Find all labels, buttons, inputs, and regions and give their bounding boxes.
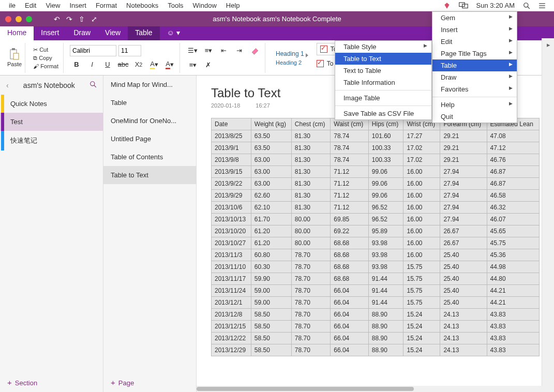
table-cell[interactable]: 44.80 xyxy=(487,273,539,285)
table-cell[interactable]: 15.24 xyxy=(403,321,440,333)
table-row[interactable]: 2013/11/2459.0078.7066.0491.4415.7525.40… xyxy=(212,285,540,297)
table-cell[interactable]: 96.52 xyxy=(368,214,403,225)
close-window-icon[interactable] xyxy=(5,16,11,22)
table-cell[interactable]: 91.44 xyxy=(368,273,403,285)
table-cell[interactable]: 2013/10/20 xyxy=(212,225,251,237)
table-row[interactable]: 2013/10/2061.2080.0069.2295.8916.0026.67… xyxy=(212,225,540,237)
align-button[interactable]: ≡▾ xyxy=(186,59,200,71)
table-cell[interactable]: 61.70 xyxy=(251,214,291,225)
table-cell[interactable]: 2013/12/22 xyxy=(212,333,251,344)
strike-button[interactable]: abc xyxy=(116,58,130,71)
undo-button[interactable]: ↶ xyxy=(51,15,63,23)
table-cell[interactable]: 26.67 xyxy=(440,237,487,249)
style-heading2[interactable]: Heading 2 xyxy=(276,59,304,66)
display-icon[interactable] xyxy=(455,2,472,9)
table-cell[interactable]: 25.40 xyxy=(440,297,487,309)
table-cell[interactable]: 68.68 xyxy=(331,273,369,285)
menu-list-icon[interactable] xyxy=(534,2,550,9)
tab-insert[interactable]: Insert xyxy=(34,26,66,40)
submenu-table-information[interactable]: Table Information xyxy=(335,77,431,88)
table-cell[interactable]: 100.33 xyxy=(368,154,403,166)
table-cell[interactable]: 45.75 xyxy=(487,237,539,249)
table-cell[interactable]: 15.24 xyxy=(403,344,440,356)
table-cell[interactable]: 2013/9/29 xyxy=(212,190,251,202)
table-row[interactable]: 2013/9/2263.0081.3071.1299.0616.0027.944… xyxy=(212,178,540,190)
menu-format[interactable]: Format xyxy=(91,2,122,9)
table-cell[interactable]: 78.70 xyxy=(291,273,330,285)
table-cell[interactable]: 2013/12/29 xyxy=(212,344,251,356)
page-table-to-text[interactable]: Table to Text xyxy=(103,166,196,184)
table-cell[interactable]: 24.13 xyxy=(440,333,487,344)
table-cell[interactable]: 16.00 xyxy=(403,249,440,261)
table-cell[interactable]: 81.30 xyxy=(291,166,330,178)
zoom-window-icon[interactable] xyxy=(26,16,32,22)
table-header[interactable]: Chest (cm) xyxy=(291,118,330,130)
table-cell[interactable]: 15.24 xyxy=(403,309,440,321)
table-cell[interactable]: 69.22 xyxy=(331,225,369,237)
table-cell[interactable]: 100.33 xyxy=(368,142,403,154)
table-cell[interactable]: 78.74 xyxy=(331,130,369,142)
table-cell[interactable]: 68.68 xyxy=(331,261,369,273)
table-cell[interactable]: 93.98 xyxy=(368,261,403,273)
font-size-select[interactable] xyxy=(118,45,141,56)
table-cell[interactable]: 24.13 xyxy=(440,309,487,321)
tab-home[interactable]: Home xyxy=(0,26,34,40)
table-cell[interactable]: 44.21 xyxy=(487,297,539,309)
submenu-table-style[interactable]: Table Style xyxy=(335,41,431,53)
table-cell[interactable]: 29.21 xyxy=(440,130,487,142)
table-cell[interactable]: 80.00 xyxy=(291,225,330,237)
table-cell[interactable]: 88.90 xyxy=(368,321,403,333)
table-cell[interactable]: 66.04 xyxy=(331,309,369,321)
gem-menu-draw[interactable]: Draw xyxy=(432,71,517,83)
menu-notebooks[interactable]: Notebooks xyxy=(122,2,163,9)
tab-view[interactable]: View xyxy=(98,26,128,40)
table-cell[interactable]: 46.32 xyxy=(487,202,539,214)
table-cell[interactable]: 15.75 xyxy=(403,261,440,273)
scrollbar-thumb[interactable] xyxy=(197,387,414,391)
bullets-button[interactable]: ☰▾ xyxy=(186,44,200,57)
table-cell[interactable]: 61.20 xyxy=(251,225,291,237)
italic-button[interactable]: I xyxy=(85,58,99,71)
table-cell[interactable]: 63.00 xyxy=(251,154,291,166)
table-cell[interactable]: 45.36 xyxy=(487,249,539,261)
table-row[interactable]: 2013/11/1759.9078.7068.6891.4415.7525.40… xyxy=(212,273,540,285)
table-cell[interactable]: 80.00 xyxy=(291,237,330,249)
submenu-table-to-text[interactable]: Table to Text xyxy=(335,53,431,65)
table-cell[interactable]: 27.94 xyxy=(440,202,487,214)
gem-menu-edit[interactable]: Edit xyxy=(432,36,517,48)
table-cell[interactable]: 69.85 xyxy=(331,214,369,225)
emoji-button[interactable]: ☺ ▾ xyxy=(160,26,187,40)
submenu-save-csv[interactable]: Save Table as CSV File xyxy=(335,108,431,119)
table-cell[interactable]: 59.90 xyxy=(251,273,291,285)
table-cell[interactable]: 81.30 xyxy=(291,202,330,214)
table-cell[interactable]: 58.50 xyxy=(251,344,291,356)
spotlight-icon[interactable] xyxy=(519,2,534,9)
table-cell[interactable]: 45.65 xyxy=(487,225,539,237)
submenu-image-table[interactable]: Image Table xyxy=(335,92,431,104)
table-cell[interactable]: 27.94 xyxy=(440,178,487,190)
table-cell[interactable]: 66.04 xyxy=(331,344,369,356)
menu-view[interactable]: View xyxy=(41,2,65,9)
menu-insert[interactable]: Insert xyxy=(65,2,91,9)
section-test[interactable]: Test xyxy=(0,113,103,131)
submenu-text-to-table[interactable]: Text to Table xyxy=(335,65,431,77)
horizontal-scrollbar[interactable] xyxy=(197,386,547,392)
table-cell[interactable]: 78.70 xyxy=(291,344,330,356)
table-cell[interactable]: 16.00 xyxy=(403,202,440,214)
table-cell[interactable]: 16.00 xyxy=(403,214,440,225)
table-cell[interactable]: 2013/11/17 xyxy=(212,273,251,285)
table-cell[interactable]: 59.00 xyxy=(251,285,291,297)
table-cell[interactable]: 59.00 xyxy=(251,297,291,309)
table-cell[interactable]: 58.50 xyxy=(251,309,291,321)
table-cell[interactable]: 25.40 xyxy=(440,261,487,273)
table-row[interactable]: 2013/12/159.0078.7066.0491.4415.7525.404… xyxy=(212,297,540,309)
page-toc[interactable]: Table of Contents xyxy=(103,148,196,166)
table-cell[interactable]: 78.70 xyxy=(291,285,330,297)
copy-button[interactable]: ⧉Copy xyxy=(32,54,60,62)
table-cell[interactable]: 66.04 xyxy=(331,285,369,297)
table-cell[interactable]: 16.00 xyxy=(403,225,440,237)
table-cell[interactable]: 15.24 xyxy=(403,333,440,344)
table-cell[interactable]: 2013/9/1 xyxy=(212,142,251,154)
menu-window[interactable]: Window xyxy=(188,2,221,9)
gem-menu-gem[interactable]: Gem xyxy=(432,12,517,24)
